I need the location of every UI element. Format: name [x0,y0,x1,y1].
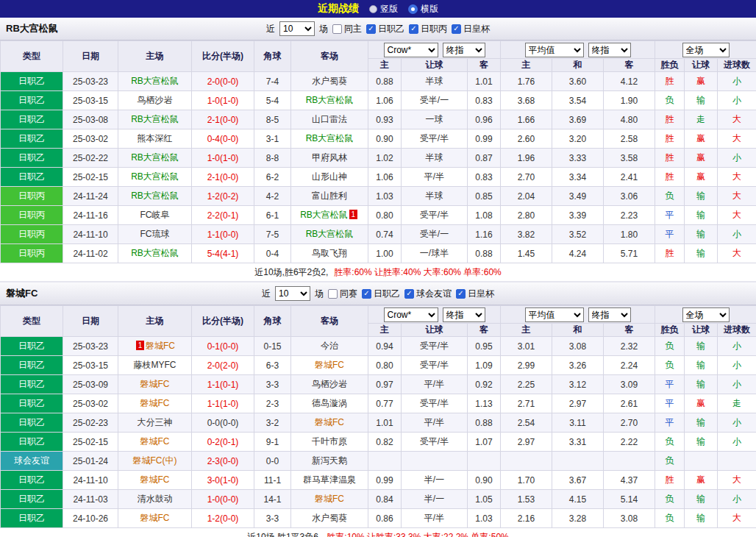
avg-draw-odds [552,452,604,471]
score[interactable]: 2-3(0-0) [192,452,254,471]
handicap-result: 输 [685,375,718,394]
away-team[interactable]: 水户蜀葵 [291,72,368,91]
corner-score: 6-2 [254,168,291,187]
away-team[interactable]: 富山胜利 [291,187,368,206]
corner-score: 2-3 [254,394,291,413]
away-team[interactable]: 甲府风林 [291,149,368,168]
league-badge: 日职乙 [1,129,63,149]
score[interactable]: 1-2(0-0) [192,509,254,528]
recent-count-select[interactable]: 10 [275,286,310,301]
home-team[interactable]: 磐城FC [118,471,192,490]
home-team[interactable]: 清水鼓动 [118,490,192,509]
recent-count-select[interactable]: 10 [279,21,315,36]
filter-checkbox-1[interactable]: 日职乙 [366,23,404,35]
home-team[interactable]: 磐城FC [118,394,192,413]
away-team[interactable]: 群马草津温泉 [291,471,368,490]
away-team[interactable]: 水户蜀葵 [291,509,368,528]
home-team[interactable]: 1磐城FC [118,337,192,356]
home-team[interactable]: 磐城FC [118,433,192,452]
summary-record: 近10场,胜1平3负6, [247,531,321,537]
away-team[interactable]: RB大宫松鼠 [291,129,368,149]
home-team[interactable]: RB大宫松鼠 [118,244,192,263]
odds-stage-select[interactable]: 终指 [443,43,485,57]
away-team[interactable]: 山口雷法 [291,110,368,129]
avg-home-odds: 2.70 [501,168,552,187]
col-odds-handicap: 让球 [402,324,468,337]
avg-stage-select[interactable]: 终指 [588,307,631,322]
away-team[interactable]: 千叶市原 [291,433,368,452]
score[interactable]: 5-4(4-1) [192,244,254,263]
filter-checkbox-3[interactable]: 日皇杯 [452,23,490,35]
home-team[interactable]: RB大宫松鼠 [118,110,192,129]
home-odds: 0.77 [368,394,402,413]
score[interactable]: 2-2(0-1) [192,206,254,225]
odds-stage-select[interactable]: 终指 [443,307,485,322]
filter-checkbox-3[interactable]: 日皇杯 [456,288,494,300]
away-team[interactable]: 今治 [291,337,368,356]
home-team[interactable]: 鸟栖沙岩 [118,91,192,110]
team-name-text: RB大宫松鼠 [306,95,354,105]
score[interactable]: 0-1(0-0) [192,337,254,356]
avg-type-select[interactable]: 平均值 [525,307,584,322]
bookmaker-select[interactable]: Crow* [384,43,438,57]
home-team[interactable]: FC琉球 [118,225,192,244]
home-team[interactable]: FC岐阜 [118,206,192,225]
scope-select[interactable]: 全场 [682,43,730,57]
home-team[interactable]: RB大宫松鼠 [118,187,192,206]
team-name-text: 磐城FC [140,436,170,447]
filter-checkbox-1[interactable]: 日职乙 [362,288,400,300]
away-team[interactable]: RB大宫松鼠 [291,91,368,110]
score[interactable]: 1-2(0-2) [192,187,254,206]
corner-score: 8-8 [254,149,291,168]
score[interactable]: 2-0(0-0) [192,72,254,91]
score[interactable]: 1-1(0-0) [192,225,254,244]
away-team[interactable]: 新泻天鹅 [291,452,368,471]
score[interactable]: 0-4(0-0) [192,129,254,149]
home-team[interactable]: 熊本深红 [118,129,192,149]
checkbox-icon [332,24,342,34]
home-team[interactable]: 大分三神 [118,413,192,433]
avg-type-select[interactable]: 平均值 [525,43,584,57]
avg-away-odds [604,452,655,471]
home-team[interactable]: RB大宫松鼠 [118,72,192,91]
home-team[interactable]: 磐城FC(中) [118,452,192,471]
filter-checkbox-0[interactable]: 同主 [332,23,362,35]
avg-stage-select[interactable]: 终指 [588,43,631,57]
radio-horizontal-layout[interactable]: 横版 [408,3,438,15]
away-team[interactable]: 鸟取飞翔 [291,244,368,263]
score[interactable]: 1-1(0-1) [192,375,254,394]
home-team[interactable]: 磐城FC [118,509,192,528]
home-team[interactable]: RB大宫松鼠 [118,168,192,187]
radio-vertical-layout[interactable]: 竖版 [369,3,398,15]
handicap-line: 半/一 [402,471,468,490]
filter-checkbox-0[interactable]: 同赛 [328,288,357,300]
score[interactable]: 2-0(2-0) [192,356,254,375]
score[interactable]: 2-1(0-0) [192,110,254,129]
filter-checkbox-2[interactable]: 日职丙 [409,23,447,35]
score[interactable]: 1-0(1-0) [192,149,254,168]
score[interactable]: 2-1(0-0) [192,168,254,187]
away-team[interactable]: 磐城FC [291,413,368,433]
score[interactable]: 1-0(1-0) [192,91,254,110]
home-team[interactable]: 磐城FC [118,375,192,394]
score[interactable]: 0-2(0-1) [192,433,254,452]
away-team[interactable]: 鸟栖沙岩 [291,375,368,394]
avg-away-odds: 2.70 [604,413,655,433]
away-team[interactable]: 磐城FC [291,356,368,375]
filter-checkbox-2[interactable]: 球会友谊 [404,288,452,300]
corner-score: 11-1 [254,471,291,490]
score[interactable]: 1-0(0-0) [192,490,254,509]
score[interactable]: 0-0(0-0) [192,413,254,433]
away-team[interactable]: RB大宫松鼠 [291,225,368,244]
corner-score: 3-2 [254,413,291,433]
home-team[interactable]: RB大宫松鼠 [118,149,192,168]
bookmaker-select[interactable]: Crow* [384,307,438,322]
away-team[interactable]: RB大宫松鼠1 [291,206,368,225]
away-team[interactable]: 磐城FC [291,490,368,509]
home-team[interactable]: 藤枝MYFC [118,356,192,375]
score[interactable]: 1-1(1-0) [192,394,254,413]
score[interactable]: 3-0(1-0) [192,471,254,490]
away-team[interactable]: 山形山神 [291,168,368,187]
scope-select[interactable]: 全场 [682,307,730,322]
away-team[interactable]: 德岛漩涡 [291,394,368,413]
